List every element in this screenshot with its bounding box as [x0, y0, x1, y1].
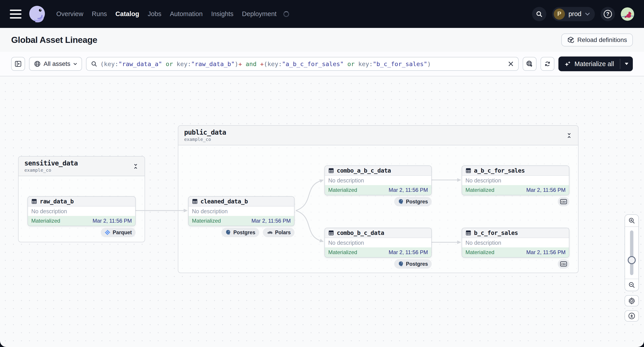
zoom-slider-track[interactable]	[630, 230, 634, 275]
open-sidebar-button[interactable]	[11, 57, 25, 71]
asset-status-row[interactable]: Materialized Mar 2, 11:56 PM	[462, 247, 569, 257]
lineage-toolbar: All assets (key:"raw_data_a" or key:"raw…	[0, 52, 644, 76]
asset-node-header[interactable]: raw_data_b	[28, 197, 135, 207]
asset-node-combo_b_c_data[interactable]: combo_b_c_data No description Materializ…	[324, 228, 432, 258]
group-name: public_data	[184, 128, 572, 136]
csv-icon: CSV	[560, 261, 567, 267]
asset-status-row[interactable]: Materialized Mar 2, 11:56 PM	[462, 185, 569, 195]
reload-definitions-button[interactable]: Reload definitions	[561, 33, 633, 46]
asset-node-header[interactable]: combo_a_b_c_data	[325, 166, 431, 176]
nav-item-jobs[interactable]: Jobs	[148, 10, 161, 18]
help-button[interactable]: ?	[601, 7, 615, 21]
status-timestamp: Mar 2, 11:56 PM	[526, 187, 566, 193]
asset-scope-dropdown[interactable]: All assets	[29, 57, 82, 71]
asset-node-a_b_c_for_sales[interactable]: a_b_c_for_sales No description Materiali…	[462, 165, 569, 195]
lineage-graph-canvas[interactable]: public_data example_co sensitive_data ex…	[0, 76, 644, 347]
nav-links: OverviewRunsCatalogJobsAutomationInsight…	[56, 10, 277, 18]
asset-scope-label: All assets	[44, 60, 70, 67]
svg-text:?: ?	[606, 11, 609, 17]
globe-plus-icon	[526, 60, 533, 67]
download-icon	[628, 312, 636, 320]
collapse-group-button[interactable]	[132, 162, 140, 171]
refresh-icon	[544, 60, 551, 67]
tag-postgres[interactable]: Postgres	[394, 259, 432, 269]
nav-item-overview[interactable]: Overview	[56, 10, 83, 18]
chevron-down-icon	[585, 12, 590, 16]
asset-name: raw_data_b	[40, 198, 74, 205]
asset-node-cleaned_data_b[interactable]: cleaned_data_b No description Materializ…	[188, 196, 294, 226]
asset-node-raw_data_b[interactable]: raw_data_b No description Materialized M…	[28, 196, 136, 226]
user-avatar[interactable]	[621, 7, 634, 21]
group-header[interactable]: public_data example_co	[178, 126, 578, 145]
polars-icon	[266, 230, 273, 235]
zoom-panel	[624, 214, 639, 291]
nav-right: P prod ?	[532, 7, 634, 21]
zoom-out-icon	[628, 282, 635, 288]
nav-item-runs[interactable]: Runs	[92, 10, 107, 18]
materialize-options-button[interactable]	[620, 56, 633, 71]
tag-postgres[interactable]: Postgres	[222, 228, 259, 237]
zoom-slider[interactable]	[625, 227, 638, 279]
asset-tags-raw_data_b: Parquet	[28, 228, 136, 237]
asset-search-input[interactable]: (key:"raw_data_a" or key:"raw_data_b")+ …	[86, 57, 519, 71]
sparkles-icon	[564, 60, 572, 67]
download-button[interactable]	[624, 310, 639, 322]
materialize-all-label: Materialize all	[574, 60, 614, 68]
nav-item-catalog[interactable]: Catalog	[116, 10, 139, 18]
clear-icon[interactable]	[508, 61, 514, 67]
parquet-icon	[104, 230, 110, 235]
status-timestamp: Mar 2, 11:56 PM	[388, 187, 428, 193]
workspace-switcher[interactable]: P prod	[552, 7, 595, 21]
asset-status-row[interactable]: Materialized Mar 2, 11:56 PM	[325, 185, 431, 195]
tag-csv[interactable]: CSV	[558, 197, 569, 206]
status-label: Materialized	[31, 218, 60, 224]
asset-name: combo_a_b_c_data	[337, 167, 391, 174]
refresh-button[interactable]	[540, 57, 554, 71]
asset-node-header[interactable]: b_c_for_sales	[462, 228, 569, 238]
asset-status-row[interactable]: Materialized Mar 2, 11:56 PM	[28, 216, 135, 226]
asset-node-b_c_for_sales[interactable]: b_c_for_sales No description Materialize…	[462, 228, 569, 258]
asset-status-row[interactable]: Materialized Mar 2, 11:56 PM	[188, 216, 294, 226]
search-icon	[91, 61, 97, 67]
materialize-all-button[interactable]: Materialize all	[558, 56, 620, 71]
tag-csv[interactable]: CSV	[558, 259, 569, 269]
table-icon	[328, 168, 334, 173]
tag-polars[interactable]: Polars	[263, 228, 294, 237]
asset-name: b_c_for_sales	[474, 230, 518, 236]
zoom-out-button[interactable]	[625, 279, 638, 291]
zoom-slider-thumb[interactable]	[628, 256, 636, 264]
global-graph-button[interactable]	[523, 57, 536, 71]
tag-parquet[interactable]: Parquet	[101, 228, 136, 237]
status-timestamp: Mar 2, 11:56 PM	[388, 249, 428, 256]
menu-icon[interactable]	[10, 9, 22, 18]
csv-icon: CSV	[560, 199, 567, 205]
nav-item-deployment[interactable]: Deployment	[242, 10, 277, 18]
asset-node-header[interactable]: combo_b_c_data	[325, 228, 431, 238]
group-name: sensitive_data	[24, 159, 139, 167]
search-button[interactable]	[532, 7, 546, 21]
asset-description: No description	[462, 238, 569, 247]
tag-label: Postgres	[406, 199, 428, 205]
tag-label: Polars	[275, 230, 291, 236]
page-header: Global Asset Lineage Reload definitions	[0, 28, 644, 52]
group-header[interactable]: sensitive_data example_co	[18, 157, 144, 176]
zoom-in-button[interactable]	[625, 215, 638, 227]
nav-item-insights[interactable]: Insights	[211, 10, 234, 18]
collapse-group-button[interactable]	[565, 131, 573, 140]
workspace-avatar: P	[554, 8, 565, 20]
search-query: (key:"raw_data_a" or key:"raw_data_b")+ …	[100, 60, 505, 67]
tag-label: Postgres	[406, 261, 428, 267]
asset-description: No description	[28, 207, 135, 216]
asset-node-header[interactable]: a_b_c_for_sales	[462, 166, 569, 176]
asset-node-header[interactable]: cleaned_data_b	[188, 197, 294, 207]
asset-node-combo_a_b_c_data[interactable]: combo_a_b_c_data No description Material…	[324, 165, 432, 195]
asset-name: combo_b_c_data	[337, 230, 384, 236]
tag-postgres[interactable]: Postgres	[394, 197, 432, 206]
status-timestamp: Mar 2, 11:56 PM	[92, 218, 132, 224]
status-label: Materialized	[192, 218, 221, 224]
dagster-logo[interactable]	[28, 5, 46, 23]
graph-settings-button[interactable]	[624, 295, 639, 306]
postgres-icon	[398, 199, 404, 205]
nav-item-automation[interactable]: Automation	[170, 10, 203, 18]
asset-status-row[interactable]: Materialized Mar 2, 11:56 PM	[325, 247, 431, 257]
